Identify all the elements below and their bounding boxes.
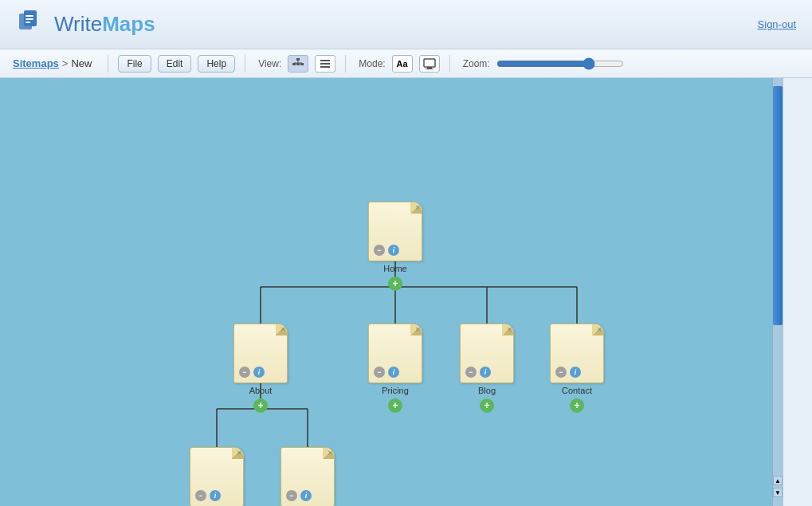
connector-lines xyxy=(0,78,773,506)
pricing-add-button[interactable]: + xyxy=(388,398,402,413)
view-label: View: xyxy=(258,58,281,69)
blog-info-button[interactable]: i xyxy=(480,367,491,378)
contact-add-button[interactable]: + xyxy=(570,398,584,413)
node-testimonials: × − i Testimonials + xyxy=(190,447,244,506)
scrollbar-up-button[interactable]: ▲ xyxy=(773,476,783,485)
header: WriteMaps Sign-out xyxy=(0,0,812,49)
node-our-work: × − i Our Work + xyxy=(280,447,335,506)
testimonials-close-icon[interactable]: × xyxy=(237,449,241,457)
about-label: About xyxy=(249,386,273,395)
contact-card[interactable]: × − i xyxy=(550,324,604,383)
contact-card-controls: − i xyxy=(555,367,581,378)
canvas[interactable]: × − i Home + × − i About + xyxy=(0,78,783,506)
home-card-controls: − i xyxy=(374,245,399,256)
node-contact: × − i Contact + xyxy=(550,324,604,413)
toolbar-divider-4 xyxy=(449,55,450,73)
testimonials-info-button[interactable]: i xyxy=(210,490,221,501)
list-view-icon xyxy=(319,57,331,70)
file-button[interactable]: File xyxy=(118,55,151,73)
testimonials-card-controls: − i xyxy=(195,490,221,501)
home-card[interactable]: × − i xyxy=(368,202,422,261)
blog-card[interactable]: × − i xyxy=(460,324,514,383)
breadcrumb-separator: > xyxy=(62,57,69,69)
testimonials-minus-button[interactable]: − xyxy=(195,490,206,501)
home-label: Home xyxy=(383,264,406,273)
contact-close-icon[interactable]: × xyxy=(597,325,602,334)
testimonials-card[interactable]: × − i xyxy=(190,447,244,506)
about-card-controls: − i xyxy=(239,367,265,378)
toolbar-divider-1 xyxy=(108,55,108,73)
pricing-close-icon[interactable]: × xyxy=(415,325,420,334)
scrollbar-track: ▲ ▼ xyxy=(772,78,783,506)
contact-label: Contact xyxy=(562,386,592,395)
toolbar: Sitemaps > New File Edit Help View: Mode… xyxy=(0,49,812,78)
view-tree-button[interactable] xyxy=(288,55,308,73)
contact-minus-button[interactable]: − xyxy=(555,367,567,378)
node-blog: × − i Blog + xyxy=(460,324,514,413)
home-minus-button[interactable]: − xyxy=(374,245,385,256)
scrollbar-thumb[interactable] xyxy=(773,86,783,325)
node-home: × − i Home + xyxy=(368,202,422,291)
node-pricing: × − i Pricing + xyxy=(368,324,422,413)
canvas-container: × − i Home + × − i About + xyxy=(0,78,812,506)
edit-button[interactable]: Edit xyxy=(158,55,192,73)
toolbar-divider-2 xyxy=(245,55,245,73)
svg-rect-11 xyxy=(320,60,330,61)
scrollbar-down-button[interactable]: ▼ xyxy=(773,488,783,497)
home-info-button[interactable]: i xyxy=(388,245,399,256)
help-button[interactable]: Help xyxy=(198,55,235,73)
svg-rect-3 xyxy=(25,18,33,20)
blog-card-controls: − i xyxy=(465,367,491,378)
logo-text: WriteMaps xyxy=(54,12,155,37)
our-work-minus-button[interactable]: − xyxy=(286,490,297,501)
mode-label: Mode: xyxy=(359,58,385,69)
mode-text-button[interactable]: Aa xyxy=(392,55,413,73)
blog-close-icon[interactable]: × xyxy=(507,325,512,334)
contact-info-button[interactable]: i xyxy=(570,367,581,378)
svg-rect-13 xyxy=(320,66,330,68)
zoom-label: Zoom: xyxy=(463,58,490,69)
blog-label: Blog xyxy=(478,386,496,395)
mode-screen-button[interactable] xyxy=(419,55,440,73)
svg-rect-5 xyxy=(296,58,300,61)
breadcrumb: Sitemaps > New xyxy=(13,57,92,69)
our-work-card-controls: − i xyxy=(286,490,312,501)
about-minus-button[interactable]: − xyxy=(239,367,250,378)
logo-maps: Maps xyxy=(102,12,155,36)
toolbar-divider-3 xyxy=(345,55,346,73)
pricing-label: Pricing xyxy=(382,386,409,395)
home-close-icon[interactable]: × xyxy=(415,203,420,212)
our-work-info-button[interactable]: i xyxy=(300,490,312,501)
blog-add-button[interactable]: + xyxy=(480,398,494,413)
logo: WriteMaps xyxy=(16,9,155,41)
svg-rect-16 xyxy=(426,69,433,69)
svg-rect-4 xyxy=(25,22,30,23)
about-add-button[interactable]: + xyxy=(253,398,268,413)
zoom-slider[interactable] xyxy=(496,57,624,70)
view-list-button[interactable] xyxy=(315,55,335,73)
svg-rect-15 xyxy=(427,67,432,69)
home-add-button[interactable]: + xyxy=(388,277,402,291)
blog-minus-button[interactable]: − xyxy=(465,367,477,378)
about-card[interactable]: × − i xyxy=(233,324,288,383)
breadcrumb-current-page: New xyxy=(71,57,92,69)
svg-rect-14 xyxy=(424,59,435,67)
screen-mode-icon xyxy=(423,58,436,69)
pricing-card-controls: − i xyxy=(374,367,399,378)
our-work-card[interactable]: × − i xyxy=(280,447,335,506)
pricing-info-button[interactable]: i xyxy=(388,367,399,378)
our-work-close-icon[interactable]: × xyxy=(328,449,332,457)
breadcrumb-sitemaps-link[interactable]: Sitemaps xyxy=(13,57,59,69)
pricing-minus-button[interactable]: − xyxy=(374,367,385,378)
sign-out-link[interactable]: Sign-out xyxy=(758,18,796,30)
svg-rect-12 xyxy=(320,63,330,65)
logo-icon xyxy=(16,9,48,41)
logo-write: Write xyxy=(54,12,102,36)
svg-rect-2 xyxy=(25,15,33,17)
about-info-button[interactable]: i xyxy=(253,367,265,378)
tree-view-icon xyxy=(292,57,304,70)
pricing-card[interactable]: × − i xyxy=(368,324,422,383)
node-about: × − i About + xyxy=(233,324,288,413)
about-close-icon[interactable]: × xyxy=(280,325,285,334)
